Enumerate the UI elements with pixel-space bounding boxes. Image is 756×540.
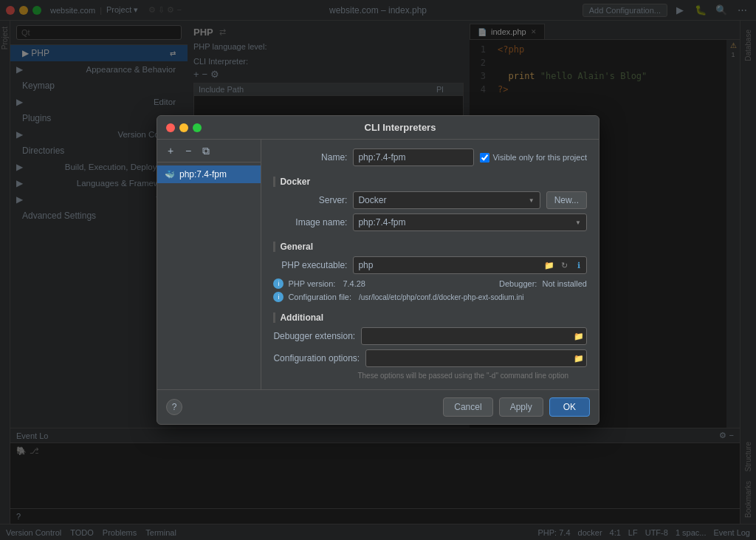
add-interpreter-button[interactable]: + <box>163 143 178 158</box>
config-options-input[interactable] <box>366 351 571 366</box>
new-server-button[interactable]: New... <box>546 191 587 209</box>
debugger-ext-label: Debugger extension: <box>273 331 355 341</box>
php-exec-info-icon[interactable]: ℹ <box>571 261 586 270</box>
visible-only-row: Visible only for this project <box>480 153 587 163</box>
visible-only-checkbox[interactable] <box>480 153 489 163</box>
debugger-value: Not installed <box>542 279 587 288</box>
dialog-interpreter-list-panel: + − ⧉ 🐳 php:7.4-fpm <box>157 140 261 389</box>
server-select[interactable]: Docker <box>353 191 540 209</box>
visible-only-label: Visible only for this project <box>492 153 587 162</box>
dialog-traffic-lights[interactable] <box>166 123 202 132</box>
debugger-ext-folder-icon[interactable]: 📁 <box>571 332 586 341</box>
ok-button[interactable]: OK <box>549 397 590 417</box>
php-executable-input[interactable] <box>354 258 542 273</box>
image-name-row: Image name: php:7.4-fpm <box>273 213 587 231</box>
general-section: General PHP executable: 📁 ↻ ℹ i <box>273 239 587 302</box>
dialog-body: + − ⧉ 🐳 php:7.4-fpm Name: <box>157 140 599 389</box>
interpreter-list: 🐳 php:7.4-fpm <box>157 163 261 389</box>
config-file-info-icon: i <box>273 292 284 302</box>
dialog-help-button[interactable]: ? <box>166 399 182 415</box>
dialog-close-button[interactable] <box>166 123 175 132</box>
interpreter-item-php74fpm[interactable]: 🐳 php:7.4-fpm <box>157 165 261 183</box>
debugger-ext-row: Debugger extension: 📁 <box>273 327 587 345</box>
additional-section-title: Additional <box>273 312 587 323</box>
dialog-maximize-button[interactable] <box>193 123 202 132</box>
copy-interpreter-button[interactable]: ⧉ <box>199 143 213 158</box>
additional-section: Additional Debugger extension: 📁 Configu… <box>273 310 587 380</box>
name-label: Name: <box>273 152 347 163</box>
hint-text: These options will be passed using the "… <box>354 372 568 380</box>
cli-interpreters-dialog: CLI Interpreters + − ⧉ 🐳 php:7.4-fpm <box>157 115 599 425</box>
php-version-row: i PHP version: 7.4.28 Debugger: Not inst… <box>273 278 587 289</box>
php-executable-input-wrapper: 📁 ↻ ℹ <box>353 256 587 274</box>
interpreter-php-icon: 🐳 <box>165 170 175 180</box>
debugger-ext-input[interactable] <box>362 329 571 344</box>
debugger-label: Debugger: <box>499 279 537 288</box>
config-options-folder-icon[interactable]: 📁 <box>571 354 586 363</box>
cancel-button[interactable]: Cancel <box>443 397 492 417</box>
dialog-titlebar: CLI Interpreters <box>157 116 599 140</box>
name-row: Name: Visible only for this project <box>273 148 587 166</box>
php-version-info-icon: i <box>273 278 284 289</box>
remove-interpreter-button[interactable]: − <box>181 143 196 158</box>
debugger-ext-input-wrapper: 📁 <box>361 327 587 345</box>
debugger-not-installed: Debugger: Not installed <box>499 279 587 288</box>
name-input[interactable] <box>353 148 474 166</box>
docker-section: Docker Server: Docker New... Image na <box>273 174 587 231</box>
config-options-input-wrapper: 📁 <box>365 349 587 367</box>
server-label: Server: <box>273 195 347 205</box>
dialog-minimize-button[interactable] <box>179 123 188 132</box>
hint-row: These options will be passed using the "… <box>273 370 587 380</box>
dialog-left-toolbar: + − ⧉ <box>157 140 261 163</box>
php-exec-refresh-icon[interactable]: ↻ <box>557 261 571 270</box>
apply-button[interactable]: Apply <box>499 397 543 417</box>
php-executable-row: PHP executable: 📁 ↻ ℹ <box>273 256 587 274</box>
image-name-select[interactable]: php:7.4-fpm <box>353 213 587 231</box>
config-options-row: Configuration options: 📁 <box>273 349 587 367</box>
dialog-detail-panel: Name: Visible only for this project Dock… <box>261 140 599 389</box>
image-name-select-wrapper: php:7.4-fpm <box>353 213 587 231</box>
dialog-footer: ? Cancel Apply OK <box>157 389 599 424</box>
general-section-title: General <box>273 242 587 252</box>
docker-section-title: Docker <box>273 177 587 187</box>
server-row: Server: Docker New... <box>273 191 587 209</box>
php-version-label: PHP version: <box>288 279 335 288</box>
interpreter-name: php:7.4-fpm <box>179 169 227 180</box>
server-select-wrapper: Docker <box>353 191 540 209</box>
image-name-label: Image name: <box>273 217 347 228</box>
config-file-row: i Configuration file: /usr/local/etc/php… <box>273 292 587 302</box>
config-file-label: Configuration file: <box>288 293 351 301</box>
config-options-label: Configuration options: <box>273 353 360 363</box>
modal-overlay: CLI Interpreters + − ⧉ 🐳 php:7.4-fpm <box>0 0 756 540</box>
php-version-value: 7.4.28 <box>343 279 365 288</box>
dialog-title: CLI Interpreters <box>210 122 590 133</box>
config-file-value: /usr/local/etc/php/conf.d/docker-php-ext… <box>359 293 523 301</box>
php-executable-label: PHP executable: <box>273 260 347 270</box>
php-exec-folder-icon[interactable]: 📁 <box>542 261 557 270</box>
